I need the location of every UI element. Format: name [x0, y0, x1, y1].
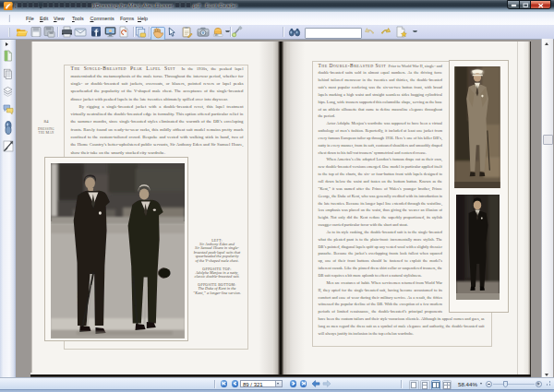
svg-text:abc: abc: [214, 33, 219, 37]
